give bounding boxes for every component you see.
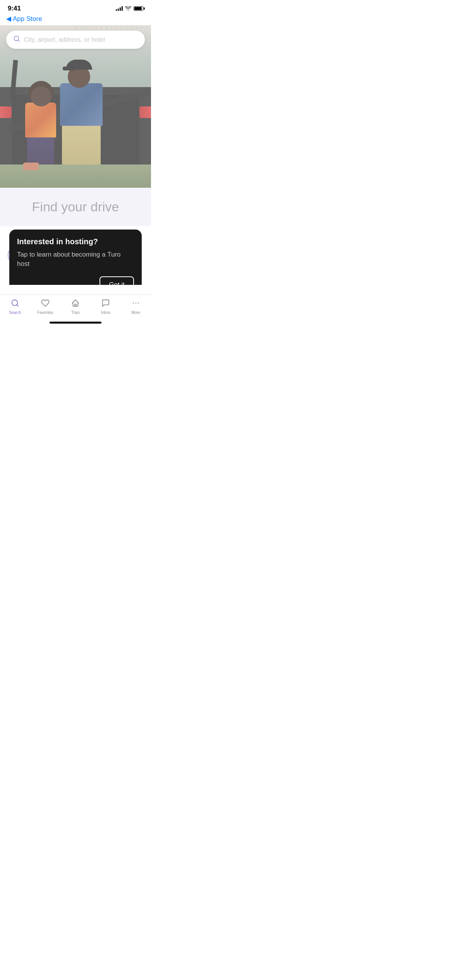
wifi-icon <box>125 6 131 11</box>
tab-favorites[interactable]: Favorites <box>30 299 60 315</box>
woman-shoe <box>23 163 39 170</box>
back-navigation[interactable]: ◀ App Store <box>0 14 151 25</box>
signal-bars-icon <box>116 6 123 11</box>
find-drive-title: Find your drive <box>8 199 143 214</box>
tab-search-label: Search <box>9 310 21 315</box>
svg-point-9 <box>136 303 137 304</box>
find-drive-section: Find your drive <box>0 188 151 226</box>
search-bar[interactable]: City, airport, address, or hotel <box>6 31 145 49</box>
tab-more-label: More <box>132 310 141 315</box>
tab-trips[interactable]: Trips <box>60 299 91 315</box>
svg-point-10 <box>138 303 139 304</box>
content-wrapper: City, airport, address, or hotel <box>0 25 151 285</box>
woman-head <box>31 86 51 106</box>
favorites-tab-icon <box>41 299 50 309</box>
back-arrow-icon: ◀ <box>6 15 11 23</box>
more-tab-icon <box>132 299 140 309</box>
hero-section <box>0 25 151 188</box>
search-icon <box>13 35 20 44</box>
man-shirt <box>60 83 103 126</box>
got-it-button[interactable]: Got it <box>100 276 134 285</box>
tab-trips-label: Trips <box>71 310 80 315</box>
tab-more[interactable]: More <box>121 299 151 315</box>
status-time: 9:41 <box>8 5 21 12</box>
svg-line-7 <box>17 305 18 306</box>
svg-line-1 <box>18 40 19 41</box>
inbox-tab-icon <box>101 299 110 309</box>
home-indicator <box>50 322 101 324</box>
hosting-popup-body: Tap to learn about becoming a Turo host <box>17 250 134 269</box>
search-tab-icon <box>11 299 19 309</box>
tail-light-right <box>139 106 151 118</box>
tail-light-left <box>0 106 12 118</box>
search-bar-wrapper: City, airport, address, or hotel <box>6 31 145 49</box>
battery-icon <box>134 6 143 11</box>
trips-tab-icon <box>71 299 80 309</box>
search-placeholder-text: City, airport, address, or hotel <box>24 36 105 43</box>
status-bar: 9:41 <box>0 0 151 14</box>
tab-favorites-label: Favorites <box>37 310 53 315</box>
main-content: City, airport, address, or hotel <box>0 25 151 285</box>
man-cap-brim <box>63 67 74 70</box>
hosting-popup: Interested in hosting? Tap to learn abou… <box>9 230 142 285</box>
tab-search[interactable]: Search <box>0 299 30 315</box>
woman-top <box>25 103 56 137</box>
tab-inbox[interactable]: Inbox <box>91 299 121 315</box>
tab-inbox-label: Inbox <box>101 310 110 315</box>
hosting-popup-title: Interested in hosting? <box>17 237 134 246</box>
status-icons <box>116 6 143 11</box>
back-label: App Store <box>13 15 42 23</box>
svg-point-8 <box>133 303 134 304</box>
